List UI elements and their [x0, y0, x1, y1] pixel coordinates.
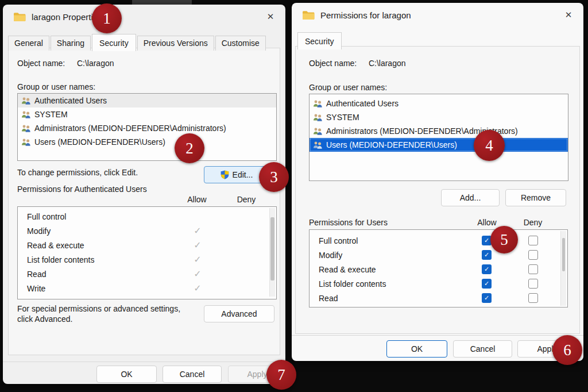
permission-row[interactable]: Modify: [18, 224, 51, 238]
permissions-label: Permissions for Users: [309, 218, 388, 227]
tab-previous-versions[interactable]: Previous Versions: [137, 36, 214, 51]
list-item-system[interactable]: SYSTEM: [18, 107, 276, 121]
permission-name: Modify: [18, 226, 51, 236]
add-button[interactable]: Add...: [441, 189, 500, 206]
permission-row[interactable]: Read: [310, 291, 338, 305]
ok-button[interactable]: OK: [386, 340, 447, 358]
dialog-title: Permissions for laragon: [320, 10, 411, 20]
allow-column-header: Allow: [471, 218, 503, 227]
advanced-button[interactable]: Advanced: [204, 305, 274, 322]
users-icon: [313, 113, 323, 122]
permission-row[interactable]: List folder contents: [18, 252, 95, 267]
group-user-list: Authenticated Users SYSTEM Administrator…: [309, 94, 568, 181]
permission-name: List folder contents: [310, 279, 386, 289]
close-icon[interactable]: ✕: [558, 6, 579, 24]
permission-name: List folder contents: [18, 255, 95, 264]
list-item-users-selected[interactable]: Users (MEDION-DEFENDER\Users): [310, 138, 568, 152]
group-list-label: Group or user names:: [17, 82, 95, 91]
allow-check-icon: [189, 283, 206, 294]
tab-bar: Security: [297, 32, 343, 49]
deny-checkbox[interactable]: [528, 264, 538, 274]
permission-row[interactable]: List folder contents: [310, 276, 386, 291]
folder-icon: [13, 12, 26, 22]
permission-name: Full control: [18, 212, 66, 221]
list-item-administrators[interactable]: Administrators (MEDION-DEFENDER\Administ…: [18, 121, 276, 135]
list-item-authenticated-users[interactable]: Authenticated Users: [18, 94, 276, 107]
cancel-button[interactable]: Cancel: [453, 340, 512, 358]
step-annotation-7: 7: [266, 360, 296, 390]
deny-checkbox[interactable]: [528, 236, 538, 245]
edit-hint: To change permissions, click Edit.: [17, 168, 138, 177]
deny-checkbox[interactable]: [528, 250, 538, 260]
ok-button[interactable]: OK: [96, 366, 157, 383]
object-name-value: C:\laragon: [369, 59, 406, 68]
users-icon: [21, 138, 31, 147]
object-name-label: Object name:: [309, 59, 366, 68]
list-item-administrators[interactable]: Administrators (MEDION-DEFENDER\Administ…: [310, 124, 568, 138]
group-name: Users (MEDION-DEFENDER\Users): [34, 137, 165, 147]
step-annotation-5: 5: [490, 226, 518, 253]
background-window-fragment: [132, 0, 192, 5]
users-icon: [21, 124, 31, 133]
deny-checkbox[interactable]: [528, 279, 538, 289]
permission-row[interactable]: Full control: [18, 209, 66, 224]
scrollbar-thumb[interactable]: [562, 238, 565, 271]
group-name: SYSTEM: [34, 110, 68, 119]
permission-name: Modify: [310, 251, 342, 260]
deny-column-header: Deny: [517, 218, 549, 227]
close-icon[interactable]: ✕: [260, 8, 281, 25]
scrollbar[interactable]: [560, 231, 566, 306]
tab-customise[interactable]: Customise: [215, 36, 266, 51]
permission-name: Full control: [310, 236, 358, 245]
permission-row[interactable]: Modify: [310, 248, 342, 262]
permission-name: Write: [18, 284, 45, 293]
scrollbar-thumb[interactable]: [270, 217, 274, 280]
permission-row[interactable]: Read: [18, 267, 46, 281]
tab-sharing[interactable]: Sharing: [51, 36, 91, 51]
allow-column-header: Allow: [181, 195, 213, 204]
users-icon: [313, 127, 323, 136]
object-name-row: Object name: C:\laragon: [17, 59, 114, 68]
deny-column-header: Deny: [230, 195, 262, 204]
object-name-row: Object name: C:\laragon: [309, 59, 405, 68]
tab-general[interactable]: General: [8, 36, 49, 51]
step-annotation-4: 4: [474, 130, 505, 161]
group-name: Administrators (MEDION-DEFENDER\Administ…: [34, 124, 226, 133]
permission-name: Read & execute: [18, 241, 84, 250]
allow-check-icon: [189, 225, 206, 236]
advanced-hint: For special permissions or advanced sett…: [17, 303, 189, 324]
list-item-users[interactable]: Users (MEDION-DEFENDER\Users): [18, 135, 276, 149]
permission-name: Read: [18, 270, 46, 279]
users-icon: [313, 99, 323, 108]
list-item-system[interactable]: SYSTEM: [310, 110, 568, 124]
permission-name: Read: [310, 294, 338, 303]
folder-icon: [302, 10, 315, 20]
uac-shield-icon: [220, 170, 229, 179]
list-item-authenticated-users[interactable]: Authenticated Users: [310, 97, 568, 110]
tab-security[interactable]: Security: [92, 34, 136, 51]
tab-security[interactable]: Security: [297, 32, 342, 49]
deny-checkbox[interactable]: [528, 293, 538, 303]
allow-checkbox-checked[interactable]: [482, 279, 492, 289]
tab-bar: General Sharing Security Previous Versio…: [8, 33, 267, 51]
remove-button[interactable]: Remove: [505, 189, 566, 206]
allow-check-icon: [189, 268, 206, 279]
allow-checkbox-checked[interactable]: [482, 293, 492, 303]
cancel-button[interactable]: Cancel: [163, 366, 222, 383]
object-name-label: Object name:: [17, 59, 75, 68]
permission-row[interactable]: Read & execute: [18, 238, 84, 252]
permission-row[interactable]: Full control: [310, 233, 358, 248]
group-name: Authenticated Users: [34, 96, 107, 105]
group-user-list: Authenticated Users SYSTEM Administrator…: [17, 93, 277, 161]
title-bar: Permissions for laragon ✕: [292, 3, 583, 27]
group-list-label: Group or user names:: [309, 83, 387, 92]
permissions-list: Full control Modify Read & execute List …: [309, 229, 568, 308]
group-name: Authenticated Users: [326, 99, 399, 108]
allow-check-icon: [189, 254, 206, 265]
users-icon: [21, 97, 31, 105]
allow-checkbox-checked[interactable]: [482, 250, 492, 260]
scrollbar[interactable]: [269, 208, 275, 297]
allow-checkbox-checked[interactable]: [482, 264, 492, 274]
permission-row[interactable]: Write: [18, 281, 45, 295]
permission-row[interactable]: Read & execute: [310, 262, 376, 276]
